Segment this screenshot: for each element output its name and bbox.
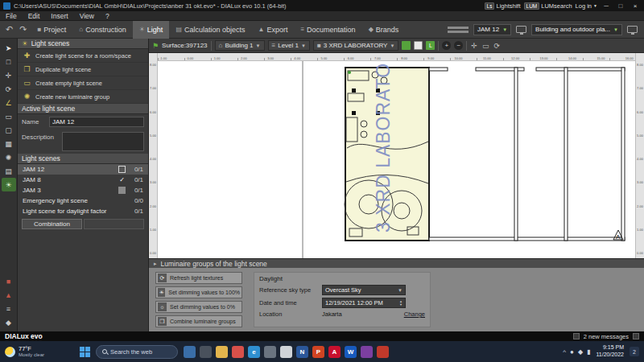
refresh-view-icon[interactable]: ⟳ — [493, 42, 501, 50]
create-light-scene-button[interactable]: ✚ Create light scene for a room/space — [18, 49, 148, 63]
export-view-button[interactable]: L — [426, 41, 435, 50]
zoom-fit-icon[interactable]: ▭ — [481, 42, 490, 50]
furniture-tool-icon[interactable]: ▦ — [2, 137, 16, 150]
datetime-input[interactable]: 12/19/2021 12:00 PM ▲▼ — [322, 298, 406, 308]
ribbon-tab[interactable]: ≡ Documentation — [294, 21, 361, 39]
app-icon-3[interactable] — [264, 346, 276, 358]
lumsearch-button[interactable]: LUM LUMsearch — [524, 2, 572, 10]
ribbon-tab[interactable]: ◆ Brands — [362, 21, 406, 39]
combination-button[interactable]: Combination — [22, 219, 82, 229]
login-button[interactable]: Log in▼ — [576, 2, 597, 10]
battery-icon[interactable]: ▮ — [587, 348, 590, 356]
app-icon-6[interactable] — [377, 346, 389, 358]
menu-item[interactable]: ? — [100, 12, 115, 20]
combination-secondary-button[interactable] — [84, 219, 144, 229]
ribbon-tab[interactable]: ▲ Export — [251, 21, 294, 39]
set-dimming-0-button[interactable]: ☼ Set dimming values to 0% — [155, 301, 242, 313]
layers-tool-icon[interactable]: ≡ — [2, 302, 16, 315]
refresh-light-textures-button[interactable]: ⟳ Refresh light textures — [155, 272, 242, 284]
mode-select[interactable]: Building and outdoor pla...▼ — [531, 24, 622, 35]
ribbon-tab[interactable]: ■ Project — [31, 21, 72, 39]
app-icon-2[interactable] — [200, 346, 212, 358]
pointer-tool-icon[interactable]: ➤ — [2, 41, 16, 55]
menu-item[interactable]: Insert — [45, 12, 73, 20]
emergency-lighting-tool-icon[interactable]: ■ — [2, 274, 16, 288]
rotate-tool-icon[interactable]: ⟳ — [2, 82, 16, 96]
scene-name-input[interactable] — [49, 117, 144, 127]
daylight-tool-icon[interactable]: ☀ — [2, 178, 16, 191]
folder-icon[interactable] — [216, 346, 228, 358]
wall-tool-icon[interactable]: ▭ — [2, 109, 16, 123]
view-2d-button[interactable] — [402, 41, 411, 50]
app-icon-4[interactable] — [280, 346, 292, 358]
acrobat-icon[interactable]: A — [328, 346, 341, 358]
Light scene for daylight factor[interactable]: Light scene for daylight factor 0/1 — [18, 206, 148, 216]
move-tool-icon[interactable]: ✛ — [2, 68, 16, 82]
lightshift-button[interactable]: Ls Lightshift — [485, 2, 521, 10]
app-icon-5[interactable] — [361, 346, 373, 358]
menu-item[interactable]: View — [74, 12, 100, 20]
ribbon-tab[interactable]: ▤ Calculation objects — [169, 21, 251, 39]
floor-plan-canvas[interactable]: 3 XRD LABORATORY A — [158, 61, 635, 258]
duplicate-light-scene-button[interactable]: ❐ Duplicate light scene — [18, 63, 148, 76]
zoom-in-icon[interactable]: + — [442, 41, 451, 50]
taskbar-search[interactable] — [96, 345, 178, 359]
messages-indicator[interactable]: 2 new messages — [584, 333, 629, 340]
tray-chevron-icon[interactable]: ^ — [563, 348, 566, 356]
volume-icon[interactable]: ◆ — [578, 348, 583, 356]
display-icon[interactable] — [516, 26, 526, 33]
luminaire-tool-icon[interactable]: ✺ — [2, 150, 16, 164]
maximize-button[interactable]: □ — [615, 2, 626, 10]
menu-item[interactable]: Edit — [23, 12, 46, 20]
notes-app-icon[interactable]: N — [296, 346, 308, 358]
select-area-tool-icon[interactable]: □ — [2, 55, 16, 68]
edge-icon[interactable]: e — [248, 346, 260, 358]
weather-widget[interactable]: 77°F Mostly clear — [5, 346, 74, 358]
level-select[interactable]: ≡ Level 1▼ — [268, 40, 310, 51]
sky-type-select[interactable]: Overcast Sky▼ — [322, 285, 406, 295]
set-dimming-100-button[interactable]: ☀ Set dimming values to 100% — [155, 286, 242, 298]
panel-toggle-icon[interactable] — [633, 333, 639, 339]
start-button[interactable] — [80, 347, 90, 357]
scene-scope-widget[interactable] — [448, 27, 469, 33]
light-scene-select[interactable]: JAM 12▼ — [473, 24, 511, 35]
clock[interactable]: 9:15 PM 11/20/2022 — [596, 344, 624, 359]
measure-tool-icon[interactable]: ∠ — [2, 96, 16, 109]
description-input[interactable] — [62, 132, 144, 151]
create-luminaire-group-button[interactable]: ✺ Create new luminaire group — [18, 90, 148, 104]
zoom-out-icon[interactable]: − — [454, 41, 463, 50]
network-icon[interactable]: ● — [570, 348, 574, 356]
search-input[interactable] — [110, 348, 167, 356]
second-display-icon[interactable] — [627, 26, 638, 33]
settings-tool-icon[interactable]: ◆ — [2, 315, 16, 329]
word-icon[interactable]: W — [345, 346, 357, 358]
menu-item[interactable]: File — [0, 12, 23, 20]
building-select[interactable]: ⌂ Building 1▼ — [215, 40, 265, 51]
undo-icon[interactable]: ↶ — [3, 24, 15, 35]
powerpoint-icon[interactable]: P — [312, 346, 324, 358]
scene-checkbox[interactable] — [118, 166, 126, 173]
minimize-button[interactable]: ─ — [601, 2, 612, 10]
change-location-link[interactable]: Change — [404, 311, 425, 318]
room-tool-icon[interactable]: ▢ — [2, 123, 16, 137]
marker-tool-icon[interactable]: ▲ — [2, 288, 16, 302]
JAM 8[interactable]: JAM 8 ✓ 0/1 — [18, 175, 148, 185]
scene-checkbox[interactable] — [118, 187, 126, 194]
collapse-icon[interactable]: ▸ — [154, 261, 157, 267]
combine-luminaire-groups-button[interactable]: ❐ Combine luminaire groups — [155, 315, 242, 327]
create-empty-light-scene-button[interactable]: ▭ Create empty light scene — [18, 76, 148, 90]
app-icon-1[interactable] — [184, 346, 196, 358]
redo-icon[interactable]: ↷ — [17, 24, 29, 35]
JAM 3[interactable]: JAM 3 0/1 — [18, 185, 148, 195]
space-select[interactable]: ■ 3 XRD LABORATORY▼ — [313, 40, 398, 51]
chrome-icon[interactable] — [232, 346, 244, 358]
pan-icon[interactable]: ✛ — [470, 42, 478, 50]
messages-icon[interactable] — [573, 333, 580, 339]
notification-icon[interactable]: 2 — [630, 347, 639, 356]
JAM 12[interactable]: JAM 12 0/1 — [18, 164, 148, 175]
close-button[interactable]: × — [630, 2, 641, 10]
ribbon-tab[interactable]: ☀ Light — [133, 21, 170, 39]
scene-checkbox[interactable]: ✓ — [118, 176, 126, 183]
sheet-view-button[interactable] — [414, 41, 423, 50]
stepper-icon[interactable]: ▲▼ — [399, 300, 402, 306]
